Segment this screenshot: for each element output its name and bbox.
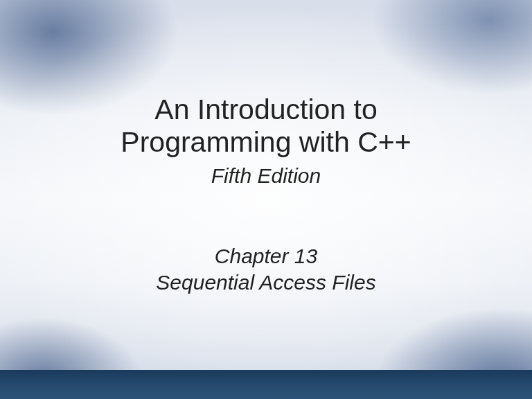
- chapter-topic: Sequential Access Files: [156, 269, 375, 296]
- edition-text: Fifth Edition: [121, 164, 411, 188]
- title-block: An Introduction to Programming with C++ …: [121, 94, 411, 188]
- slide-content: An Introduction to Programming with C++ …: [0, 0, 532, 399]
- title-line-2: Programming with C++: [121, 126, 411, 159]
- title-line-1: An Introduction to: [121, 94, 411, 126]
- subtitle-block: Chapter 13 Sequential Access Files: [156, 243, 375, 295]
- slide-background: An Introduction to Programming with C++ …: [0, 0, 532, 399]
- chapter-number: Chapter 13: [156, 243, 375, 269]
